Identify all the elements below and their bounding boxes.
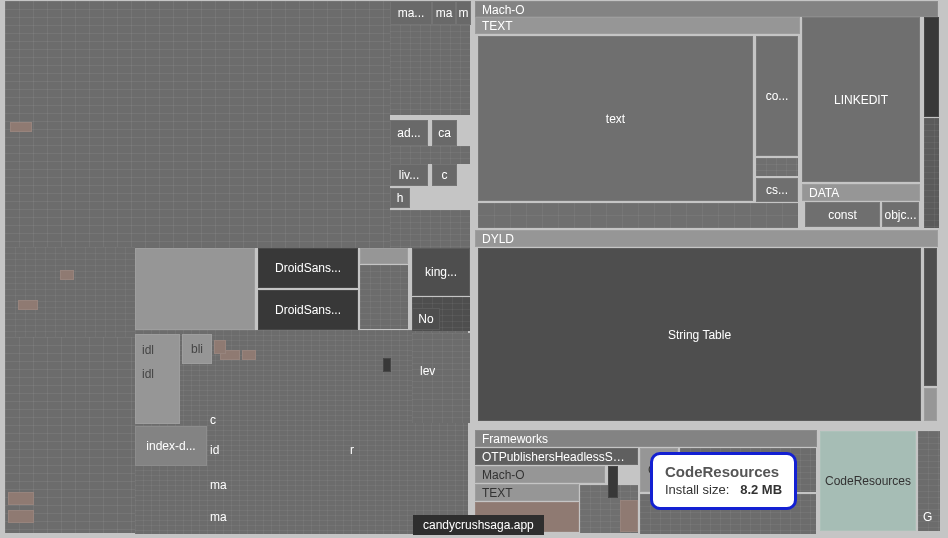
section-header-label: Mach-O	[476, 467, 604, 483]
cell-label: ca	[433, 121, 456, 145]
treemap-cell-light[interactable]	[360, 248, 408, 264]
cell-label: ma	[210, 510, 227, 524]
treemap-cell-const[interactable]: const	[805, 202, 880, 227]
treemap-cell-ma1[interactable]: ma...	[390, 1, 432, 25]
treemap-cell-objc[interactable]: objc...	[882, 202, 919, 227]
treemap-cell-brown[interactable]	[620, 500, 638, 532]
treemap-dense-region[interactable]	[756, 158, 798, 176]
treemap-cell[interactable]	[383, 358, 391, 372]
treemap-dense-region[interactable]	[924, 118, 939, 228]
section-header-label: DYLD	[476, 231, 937, 247]
treemap-cell-ca[interactable]: ca	[432, 120, 457, 146]
cell-label: ma	[210, 478, 227, 492]
cell-label: String Table	[479, 249, 920, 420]
treemap-cell[interactable]	[60, 270, 74, 280]
treemap-cell-liv[interactable]: liv...	[390, 164, 428, 186]
treemap-dense-region[interactable]	[390, 25, 470, 115]
breadcrumb-path: candycrushsaga.app	[413, 515, 544, 535]
treemap-dense-region-midleft[interactable]	[5, 247, 135, 337]
treemap-cell[interactable]	[214, 340, 226, 354]
cell-label: CodeResources	[821, 432, 915, 530]
breadcrumb-label: candycrushsaga.app	[423, 518, 534, 532]
treemap-cell-light[interactable]	[135, 248, 255, 330]
treemap-cell-ad[interactable]: ad...	[390, 120, 428, 146]
cell-label: c	[433, 165, 456, 185]
section-header-macho2[interactable]: Mach-O	[475, 466, 605, 483]
cell-label: index-d...	[136, 427, 206, 465]
section-header-label: DATA	[803, 185, 919, 201]
treemap-cell-h[interactable]: h	[390, 188, 410, 208]
cell-label: liv...	[391, 165, 427, 185]
treemap-dense-region[interactable]	[390, 146, 470, 164]
cell-label: lev	[420, 364, 435, 378]
cell-label: idl	[142, 367, 154, 381]
treemap-dense-region[interactable]	[412, 333, 470, 423]
cell-label: ma...	[391, 2, 431, 24]
treemap-cell-no[interactable]: No	[412, 308, 440, 330]
treemap-dense-region[interactable]	[360, 265, 408, 329]
treemap-cell[interactable]	[10, 122, 32, 132]
section-header-ot[interactable]: OTPublishersHeadlessSD...	[475, 448, 638, 465]
treemap-cell-cs[interactable]: cs...	[756, 178, 798, 202]
treemap-cell-co[interactable]: co...	[756, 36, 798, 156]
treemap-cell-right-sliver[interactable]	[924, 17, 939, 117]
cell-label: bli	[183, 335, 211, 363]
cell-label: cs...	[757, 179, 797, 201]
tooltip: CodeResources Install size: 8.2 MB	[650, 452, 797, 510]
cell-label: text	[479, 37, 752, 200]
treemap-cell-text[interactable]: text	[478, 36, 753, 201]
section-header-label: TEXT	[476, 485, 578, 501]
cell-label: G	[923, 510, 932, 524]
cell-label: ad...	[391, 121, 427, 145]
treemap-cell[interactable]	[18, 300, 38, 310]
section-header-dyld[interactable]: DYLD	[475, 230, 938, 247]
tooltip-size-label: Install size:	[665, 482, 729, 497]
section-header-macho[interactable]: Mach-O	[475, 1, 938, 17]
treemap-dense-region[interactable]	[390, 210, 470, 248]
cell-label: id	[210, 443, 219, 457]
cell-label: h	[391, 189, 409, 207]
cell-label: c	[210, 413, 216, 427]
treemap-cell-indexd[interactable]: index-d...	[135, 426, 207, 466]
cell-label: co...	[757, 37, 797, 155]
tooltip-size-value: 8.2 MB	[740, 482, 782, 497]
treemap-dense-region[interactable]	[478, 203, 798, 228]
cell-label: No	[413, 309, 439, 329]
cell-label: king...	[413, 249, 469, 295]
cell-label: objc...	[883, 203, 918, 226]
treemap-cell-light[interactable]: idl idl	[135, 334, 180, 424]
cell-label: const	[806, 203, 879, 226]
treemap-cell-coderesources-selected[interactable]: CodeResources	[820, 431, 916, 531]
treemap-cell-dyld-extra1[interactable]	[924, 248, 937, 386]
cell-label: ma	[433, 2, 455, 24]
treemap-cell-string-table[interactable]: String Table	[478, 248, 921, 421]
section-header-text2[interactable]: TEXT	[475, 484, 579, 501]
treemap-cell-king[interactable]: king...	[412, 248, 470, 296]
treemap-root[interactable]: ma... ma m ad... ca liv... c h DroidSans…	[0, 0, 948, 538]
treemap-cell-linkedit[interactable]: LINKEDIT	[802, 17, 920, 182]
cell-label: DroidSans...	[259, 249, 357, 287]
treemap-cell-dark-sliver[interactable]	[608, 466, 618, 498]
section-header-label: TEXT	[476, 18, 799, 34]
treemap-cell-droid2[interactable]: DroidSans...	[258, 290, 358, 330]
treemap-cell-droid1[interactable]: DroidSans...	[258, 248, 358, 288]
cell-label: m	[457, 2, 470, 24]
cell-label: idl	[142, 343, 154, 357]
section-header-label: Mach-O	[476, 2, 937, 17]
tooltip-title: CodeResources	[665, 463, 782, 480]
treemap-cell[interactable]	[242, 350, 256, 360]
section-header-data[interactable]: DATA	[802, 184, 920, 201]
treemap-cell-bli[interactable]: bli	[182, 334, 212, 364]
cell-label: r	[350, 443, 354, 457]
treemap-cell-ma2[interactable]: ma	[432, 1, 456, 25]
treemap-cell-c[interactable]: c	[432, 164, 457, 186]
treemap-dense-region-top[interactable]	[5, 1, 390, 248]
treemap-cell[interactable]	[8, 510, 34, 523]
section-header-label: Frameworks	[476, 431, 816, 447]
section-header-frameworks[interactable]: Frameworks	[475, 430, 817, 447]
treemap-cell[interactable]	[8, 492, 34, 505]
cell-label: LINKEDIT	[803, 18, 919, 181]
treemap-cell-dyld-extra2[interactable]	[924, 388, 937, 421]
section-header-text[interactable]: TEXT	[475, 17, 800, 34]
treemap-cell-m[interactable]: m	[456, 1, 471, 25]
